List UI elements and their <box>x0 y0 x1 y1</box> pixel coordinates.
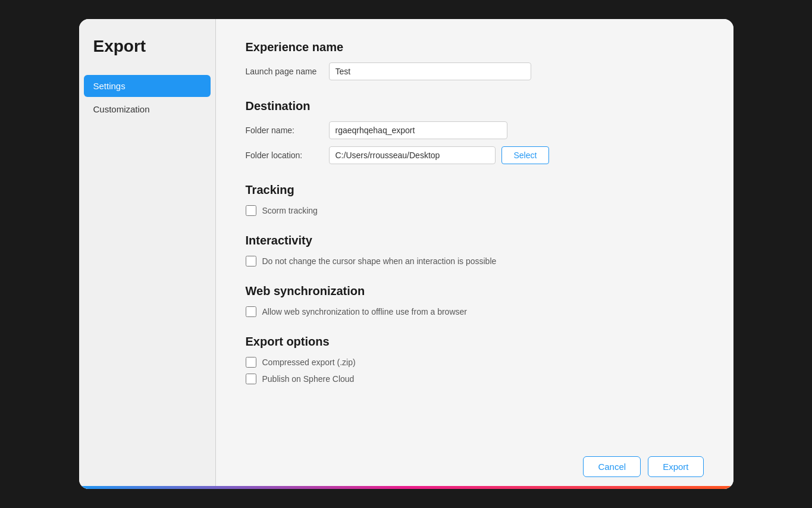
sidebar: Export Settings Customization <box>79 19 216 489</box>
scorm-tracking-row: Scorm tracking <box>246 205 704 216</box>
launch-page-label: Launch page name <box>246 67 329 76</box>
folder-name-label: Folder name: <box>246 126 329 135</box>
export-options-title: Export options <box>246 335 704 349</box>
destination-title: Destination <box>246 99 704 113</box>
interactivity-title: Interactivity <box>246 234 704 247</box>
web-sync-checkbox[interactable] <box>246 306 256 317</box>
scorm-tracking-label: Scorm tracking <box>262 206 318 215</box>
cursor-shape-checkbox[interactable] <box>246 256 256 266</box>
main-content: Experience name Launch page name Destina… <box>216 19 733 489</box>
sidebar-item-customization[interactable]: Customization <box>84 98 211 120</box>
experience-name-section: Experience name Launch page name <box>246 40 704 87</box>
launch-page-row: Launch page name <box>246 62 704 80</box>
web-sync-title: Web synchronization <box>246 284 704 298</box>
scorm-tracking-checkbox[interactable] <box>246 205 256 216</box>
bottom-bar: Cancel Export <box>246 444 704 477</box>
folder-location-label: Folder location: <box>246 150 329 160</box>
launch-page-input[interactable] <box>329 62 531 80</box>
tracking-title: Tracking <box>246 183 704 197</box>
compressed-export-row: Compressed export (.zip) <box>246 357 704 368</box>
export-options-section: Export options Compressed export (.zip) … <box>246 335 704 390</box>
folder-location-input[interactable] <box>329 146 496 164</box>
compressed-export-label: Compressed export (.zip) <box>262 358 356 367</box>
web-sync-row: Allow web synchronization to offline use… <box>246 306 704 317</box>
experience-name-title: Experience name <box>246 40 704 54</box>
cancel-button[interactable]: Cancel <box>583 456 641 477</box>
folder-location-row: Folder location: Select <box>246 146 704 164</box>
cursor-shape-row: Do not change the cursor shape when an i… <box>246 256 704 266</box>
folder-name-row: Folder name: <box>246 121 704 139</box>
cursor-shape-label: Do not change the cursor shape when an i… <box>262 256 497 266</box>
folder-name-input[interactable] <box>329 121 507 139</box>
compressed-export-checkbox[interactable] <box>246 357 256 368</box>
select-button[interactable]: Select <box>501 146 550 164</box>
tracking-section: Tracking Scorm tracking <box>246 183 704 222</box>
interactivity-section: Interactivity Do not change the cursor s… <box>246 234 704 272</box>
destination-section: Destination Folder name: Folder location… <box>246 99 704 171</box>
sidebar-title: Export <box>79 37 215 74</box>
publish-sphere-checkbox[interactable] <box>246 374 256 384</box>
web-sync-label: Allow web synchronization to offline use… <box>262 307 467 316</box>
web-sync-section: Web synchronization Allow web synchroniz… <box>246 284 704 323</box>
export-button[interactable]: Export <box>648 456 703 477</box>
publish-sphere-row: Publish on Sphere Cloud <box>246 374 704 384</box>
export-dialog: Export Settings Customization Experience… <box>79 19 733 489</box>
publish-sphere-label: Publish on Sphere Cloud <box>262 374 355 384</box>
gradient-bar <box>79 486 733 489</box>
sidebar-item-settings[interactable]: Settings <box>84 75 211 97</box>
